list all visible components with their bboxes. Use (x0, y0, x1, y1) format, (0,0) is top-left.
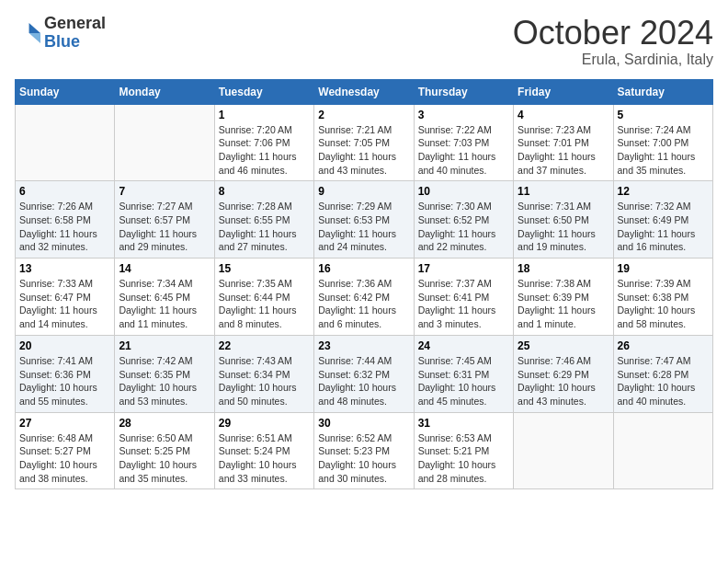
calendar-cell (514, 412, 613, 489)
calendar-header-cell: Wednesday (314, 79, 414, 104)
day-number: 14 (119, 262, 210, 275)
day-number: 15 (219, 262, 310, 275)
calendar-cell (115, 104, 214, 181)
day-content: Sunrise: 7:31 AM Sunset: 6:50 PM Dayligh… (518, 200, 609, 254)
calendar-cell: 13Sunrise: 7:33 AM Sunset: 6:47 PM Dayli… (16, 259, 115, 336)
day-number: 4 (518, 109, 609, 121)
day-content: Sunrise: 7:45 AM Sunset: 6:31 PM Dayligh… (418, 354, 509, 408)
day-number: 27 (19, 417, 110, 430)
day-number: 12 (618, 185, 709, 198)
day-number: 21 (119, 339, 210, 352)
calendar-cell: 10Sunrise: 7:30 AM Sunset: 6:52 PM Dayli… (414, 181, 513, 259)
calendar-cell: 6Sunrise: 7:26 AM Sunset: 6:58 PM Daylig… (16, 181, 115, 259)
calendar-cell: 11Sunrise: 7:31 AM Sunset: 6:50 PM Dayli… (514, 181, 613, 259)
calendar-cell: 4Sunrise: 7:23 AM Sunset: 7:01 PM Daylig… (514, 104, 613, 181)
calendar-cell: 30Sunrise: 6:52 AM Sunset: 5:23 PM Dayli… (314, 412, 414, 489)
day-content: Sunrise: 7:46 AM Sunset: 6:29 PM Dayligh… (518, 354, 609, 408)
day-content: Sunrise: 7:33 AM Sunset: 6:47 PM Dayligh… (19, 277, 110, 331)
calendar-cell: 8Sunrise: 7:28 AM Sunset: 6:55 PM Daylig… (214, 181, 313, 259)
day-number: 9 (318, 185, 409, 198)
day-content: Sunrise: 7:22 AM Sunset: 7:03 PM Dayligh… (418, 123, 509, 178)
day-content: Sunrise: 7:42 AM Sunset: 6:35 PM Dayligh… (119, 354, 210, 408)
calendar-cell: 26Sunrise: 7:47 AM Sunset: 6:28 PM Dayli… (613, 335, 712, 412)
calendar-cell: 12Sunrise: 7:32 AM Sunset: 6:49 PM Dayli… (613, 181, 712, 259)
calendar-week-row: 27Sunrise: 6:48 AM Sunset: 5:27 PM Dayli… (16, 412, 713, 489)
day-content: Sunrise: 7:21 AM Sunset: 7:05 PM Dayligh… (318, 123, 409, 178)
calendar-cell: 24Sunrise: 7:45 AM Sunset: 6:31 PM Dayli… (414, 335, 513, 412)
day-content: Sunrise: 7:43 AM Sunset: 6:34 PM Dayligh… (219, 354, 310, 408)
calendar-cell (613, 412, 712, 489)
calendar-cell: 22Sunrise: 7:43 AM Sunset: 6:34 PM Dayli… (214, 335, 313, 412)
day-content: Sunrise: 6:48 AM Sunset: 5:27 PM Dayligh… (19, 431, 110, 486)
calendar-cell: 28Sunrise: 6:50 AM Sunset: 5:25 PM Dayli… (115, 412, 214, 489)
calendar-week-row: 13Sunrise: 7:33 AM Sunset: 6:47 PM Dayli… (16, 259, 713, 336)
day-content: Sunrise: 7:28 AM Sunset: 6:55 PM Dayligh… (219, 200, 310, 254)
day-number: 17 (418, 262, 509, 275)
day-content: Sunrise: 7:38 AM Sunset: 6:39 PM Dayligh… (518, 277, 609, 331)
month-title: October 2024 (513, 15, 713, 52)
calendar-body: 1Sunrise: 7:20 AM Sunset: 7:06 PM Daylig… (16, 104, 713, 489)
calendar-cell: 31Sunrise: 6:53 AM Sunset: 5:21 PM Dayli… (414, 412, 513, 489)
day-content: Sunrise: 7:35 AM Sunset: 6:44 PM Dayligh… (219, 277, 310, 331)
day-content: Sunrise: 7:41 AM Sunset: 6:36 PM Dayligh… (19, 354, 110, 408)
logo-icon (15, 20, 40, 46)
calendar-cell: 7Sunrise: 7:27 AM Sunset: 6:57 PM Daylig… (115, 181, 214, 259)
day-number: 25 (518, 339, 609, 352)
day-number: 11 (518, 185, 609, 198)
day-content: Sunrise: 6:53 AM Sunset: 5:21 PM Dayligh… (418, 431, 509, 486)
day-number: 29 (219, 417, 310, 430)
day-number: 28 (119, 417, 210, 430)
day-number: 10 (418, 185, 509, 198)
calendar-cell: 25Sunrise: 7:46 AM Sunset: 6:29 PM Dayli… (514, 335, 613, 412)
day-content: Sunrise: 6:52 AM Sunset: 5:23 PM Dayligh… (318, 431, 409, 486)
day-content: Sunrise: 7:39 AM Sunset: 6:38 PM Dayligh… (618, 277, 709, 331)
day-content: Sunrise: 6:51 AM Sunset: 5:24 PM Dayligh… (219, 431, 310, 486)
calendar-cell: 29Sunrise: 6:51 AM Sunset: 5:24 PM Dayli… (214, 412, 313, 489)
calendar-header-cell: Monday (115, 79, 214, 104)
page-header: General Blue October 2024 Erula, Sardini… (15, 15, 713, 68)
title-block: October 2024 Erula, Sardinia, Italy (513, 15, 713, 68)
day-content: Sunrise: 7:44 AM Sunset: 6:32 PM Dayligh… (318, 354, 409, 408)
day-content: Sunrise: 7:29 AM Sunset: 6:53 PM Dayligh… (318, 200, 409, 254)
day-content: Sunrise: 7:27 AM Sunset: 6:57 PM Dayligh… (119, 200, 210, 254)
calendar-cell: 18Sunrise: 7:38 AM Sunset: 6:39 PM Dayli… (514, 259, 613, 336)
calendar-cell: 17Sunrise: 7:37 AM Sunset: 6:41 PM Dayli… (414, 259, 513, 336)
calendar-header-cell: Saturday (613, 79, 712, 104)
day-content: Sunrise: 7:23 AM Sunset: 7:01 PM Dayligh… (518, 123, 609, 178)
day-content: Sunrise: 7:34 AM Sunset: 6:45 PM Dayligh… (119, 277, 210, 331)
calendar-header-cell: Tuesday (214, 79, 313, 104)
day-number: 18 (518, 262, 609, 275)
calendar-cell: 14Sunrise: 7:34 AM Sunset: 6:45 PM Dayli… (115, 259, 214, 336)
calendar-cell: 27Sunrise: 6:48 AM Sunset: 5:27 PM Dayli… (16, 412, 115, 489)
day-number: 2 (318, 109, 409, 121)
logo: General Blue (15, 15, 106, 52)
day-number: 20 (19, 339, 110, 352)
day-number: 24 (418, 339, 509, 352)
calendar-week-row: 6Sunrise: 7:26 AM Sunset: 6:58 PM Daylig… (16, 181, 713, 259)
day-content: Sunrise: 7:37 AM Sunset: 6:41 PM Dayligh… (418, 277, 509, 331)
day-number: 8 (219, 185, 310, 198)
day-number: 1 (219, 109, 310, 121)
day-content: Sunrise: 7:24 AM Sunset: 7:00 PM Dayligh… (618, 123, 709, 178)
day-number: 3 (418, 109, 509, 121)
day-number: 7 (119, 185, 210, 198)
day-number: 16 (318, 262, 409, 275)
day-number: 13 (19, 262, 110, 275)
day-content: Sunrise: 7:32 AM Sunset: 6:49 PM Dayligh… (618, 200, 709, 254)
calendar-cell: 16Sunrise: 7:36 AM Sunset: 6:42 PM Dayli… (314, 259, 414, 336)
svg-marker-1 (29, 33, 40, 43)
calendar-cell: 9Sunrise: 7:29 AM Sunset: 6:53 PM Daylig… (314, 181, 414, 259)
calendar-cell: 21Sunrise: 7:42 AM Sunset: 6:35 PM Dayli… (115, 335, 214, 412)
calendar-cell: 5Sunrise: 7:24 AM Sunset: 7:00 PM Daylig… (613, 104, 712, 181)
calendar-week-row: 1Sunrise: 7:20 AM Sunset: 7:06 PM Daylig… (16, 104, 713, 181)
logo-text: General Blue (44, 15, 106, 52)
calendar-table: SundayMondayTuesdayWednesdayThursdayFrid… (15, 79, 713, 490)
day-number: 30 (318, 417, 409, 430)
calendar-week-row: 20Sunrise: 7:41 AM Sunset: 6:36 PM Dayli… (16, 335, 713, 412)
day-number: 22 (219, 339, 310, 352)
day-number: 6 (19, 185, 110, 198)
calendar-cell: 19Sunrise: 7:39 AM Sunset: 6:38 PM Dayli… (613, 259, 712, 336)
day-content: Sunrise: 7:47 AM Sunset: 6:28 PM Dayligh… (618, 354, 709, 408)
location: Erula, Sardinia, Italy (513, 52, 713, 68)
calendar-cell: 20Sunrise: 7:41 AM Sunset: 6:36 PM Dayli… (16, 335, 115, 412)
